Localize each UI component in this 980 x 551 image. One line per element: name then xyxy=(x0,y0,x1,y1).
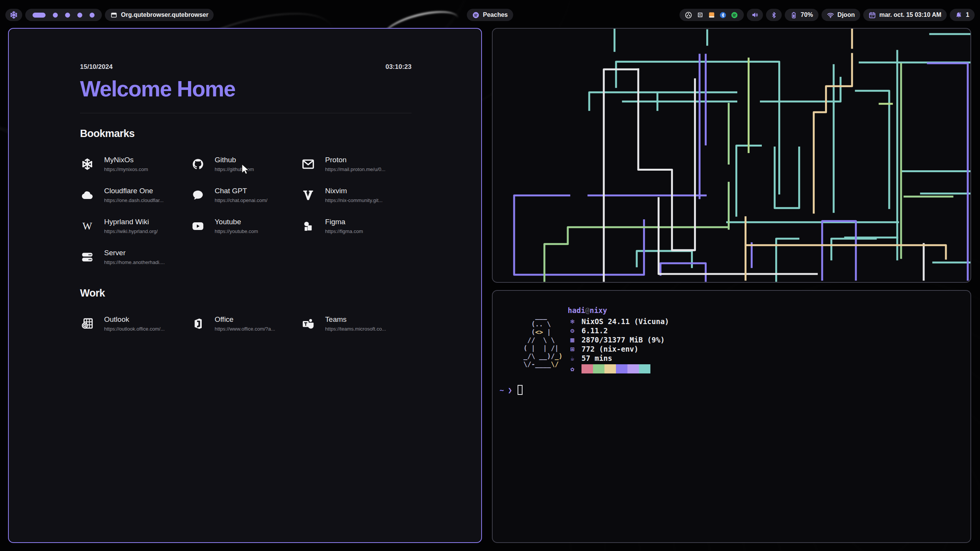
pipes-terminal-window[interactable] xyxy=(492,28,971,283)
workspace-1[interactable] xyxy=(33,13,46,18)
bookmark-mynixos[interactable]: MyNixOs https://mynixos.com xyxy=(80,156,191,172)
active-window-pill[interactable]: Org.qutebrowser.qutebrowser xyxy=(105,9,214,21)
bookmark-title: Office xyxy=(215,315,275,324)
battery-icon xyxy=(790,11,797,19)
network-pill[interactable]: Djoon xyxy=(822,9,860,21)
bookmark-title: Chat GPT xyxy=(215,187,268,195)
files-icon[interactable] xyxy=(708,11,715,19)
wikipedia-icon xyxy=(80,219,95,233)
fetch-value: 57 mins xyxy=(581,354,612,362)
clock-pill[interactable]: mar. oct. 15 03:10 AM xyxy=(863,9,947,21)
bookmark-cloudflare-one[interactable]: Cloudflare One https://one.dash.cloudfla… xyxy=(80,187,191,203)
color-palette: ✿ xyxy=(581,364,669,373)
bookmark-title: Nixvim xyxy=(325,187,382,195)
figma-icon xyxy=(301,219,315,233)
bookmark-proton[interactable]: Proton https://mail.proton.me/u/0... xyxy=(301,156,412,172)
github-icon xyxy=(191,157,205,171)
work-grid: Outlook https://outlook.office.com/... O… xyxy=(80,315,412,332)
bookmark-url: https://nix-community.git... xyxy=(325,197,382,203)
battery-pill[interactable]: 70% xyxy=(785,9,818,21)
palette-swatch xyxy=(616,364,627,373)
wifi-icon xyxy=(827,11,834,19)
nixos-menu-button[interactable] xyxy=(5,9,22,21)
fetch-rows: ❄NixOS 24.11 (Vicuna)⚙6.11.2▦2870/31377 … xyxy=(568,317,669,363)
prompt-path: ~ xyxy=(500,386,504,394)
palette-swatch xyxy=(604,364,616,373)
fetch-value: NixOS 24.11 (Vicuna) xyxy=(581,317,669,326)
palette-swatch xyxy=(627,364,639,373)
topbar-left: Org.qutebrowser.qutebrowser xyxy=(5,9,214,21)
page-title: Welcome Home xyxy=(80,76,412,101)
bookmark-title: Github xyxy=(215,156,254,164)
bookmark-teams[interactable]: Teams https://teams.microsoft.co... xyxy=(301,315,412,332)
bookmark-url: https://chat.openai.com/ xyxy=(215,197,268,203)
fetch-row: ☕57 mins xyxy=(568,354,669,363)
startpage-header: 15/10/2024 03:10:23 xyxy=(80,63,412,71)
bookmarks-section: Bookmarks MyNixOs https://mynixos.com Gi… xyxy=(80,128,412,265)
workspace-2[interactable] xyxy=(53,13,58,18)
notification-count: 1 xyxy=(966,11,969,18)
spotify-tray-icon[interactable] xyxy=(731,11,738,19)
user-host-line: hadi@nixy xyxy=(568,306,669,315)
topbar-right: K 70% Djoon mar. oct. xyxy=(679,9,975,21)
bookmark-title: Teams xyxy=(325,315,386,324)
bluetooth-pill[interactable] xyxy=(766,9,782,21)
palette-swatch xyxy=(639,364,650,373)
bookmark-title: Proton xyxy=(325,156,385,164)
bookmark-server[interactable]: Server https://home.anotherhadi.... xyxy=(80,249,191,265)
prompt-symbol: ❯ xyxy=(508,386,512,394)
active-window-title: Org.qutebrowser.qutebrowser xyxy=(121,11,208,18)
cloud-icon xyxy=(80,188,95,202)
fetch-host: nixy xyxy=(590,306,607,315)
fetch-terminal-window[interactable]: ___ (.. \ (<> | // \ \ ( | | /| _/\ __)/… xyxy=(492,290,971,543)
bookmark-figma[interactable]: Figma https://figma.com xyxy=(301,218,412,234)
mail-icon xyxy=(301,157,315,171)
bluetooth-tray-icon[interactable] xyxy=(719,11,727,19)
bookmark-chat-gpt[interactable]: Chat GPT https://chat.openai.com/ xyxy=(191,187,301,203)
startpage: 15/10/2024 03:10:23 Welcome Home Bookmar… xyxy=(9,29,481,332)
section-heading-work: Work xyxy=(80,287,412,299)
bookmark-nixvim[interactable]: Nixvim https://nix-community.git... xyxy=(301,187,412,203)
bookmark-office[interactable]: Office https://www.office.com/?a... xyxy=(191,315,301,332)
speaker-icon xyxy=(751,11,759,19)
workspace-5[interactable] xyxy=(90,13,95,18)
fetch-value: 2870/31377 MiB (9%) xyxy=(581,336,665,344)
office-icon xyxy=(191,316,205,331)
fetch-row: ⚙6.11.2 xyxy=(568,326,669,335)
bell-icon xyxy=(955,11,962,19)
bookmark-title: Cloudflare One xyxy=(104,187,163,195)
fetch-row: ▦2870/31377 MiB (9%) xyxy=(568,335,669,344)
bluetooth-icon xyxy=(770,11,777,19)
bookmark-url: https://one.dash.cloudflar... xyxy=(104,197,163,203)
fetch-row: ❄NixOS 24.11 (Vicuna) xyxy=(568,317,669,326)
fetch-value: 6.11.2 xyxy=(581,326,608,335)
media-player-pill[interactable]: Peaches xyxy=(467,9,513,21)
workspace-4[interactable] xyxy=(77,13,82,18)
startpage-date: 15/10/2024 xyxy=(80,63,113,71)
outlook-icon xyxy=(80,316,95,331)
fetch-user: hadi xyxy=(568,306,585,315)
bookmark-url: https://mail.proton.me/u/0... xyxy=(325,166,385,172)
bookmark-outlook[interactable]: Outlook https://outlook.office.com/... xyxy=(80,315,191,332)
vim-icon xyxy=(301,188,315,202)
mouse-cursor xyxy=(241,164,251,177)
youtube-icon xyxy=(191,219,205,233)
bookmark-url: https://figma.com xyxy=(325,228,363,234)
obs-icon[interactable] xyxy=(685,11,693,19)
kernel-icon: ⚙ xyxy=(568,327,577,334)
fetch-at: @ xyxy=(585,306,590,315)
keepassxc-icon[interactable]: K xyxy=(696,11,704,19)
volume-pill[interactable] xyxy=(747,9,763,21)
teams-icon xyxy=(301,316,315,331)
workspace-3[interactable] xyxy=(65,13,70,18)
clock-text: mar. oct. 15 03:10 AM xyxy=(879,11,941,18)
bookmark-title: Outlook xyxy=(104,315,165,324)
bookmark-youtube[interactable]: Youtube https://youtube.com xyxy=(191,218,301,234)
qutebrowser-window[interactable]: 15/10/2024 03:10:23 Welcome Home Bookmar… xyxy=(8,28,482,543)
bookmark-hyprland-wiki[interactable]: Hyprland Wiki https://wiki.hyprland.org/ xyxy=(80,218,191,234)
shell-prompt[interactable]: ~ ❯ xyxy=(500,385,523,395)
notifications-pill[interactable]: 1 xyxy=(950,9,975,21)
system-tray: K xyxy=(679,9,744,21)
bookmark-url: https://mynixos.com xyxy=(104,166,148,172)
os-icon: ❄ xyxy=(568,318,577,325)
